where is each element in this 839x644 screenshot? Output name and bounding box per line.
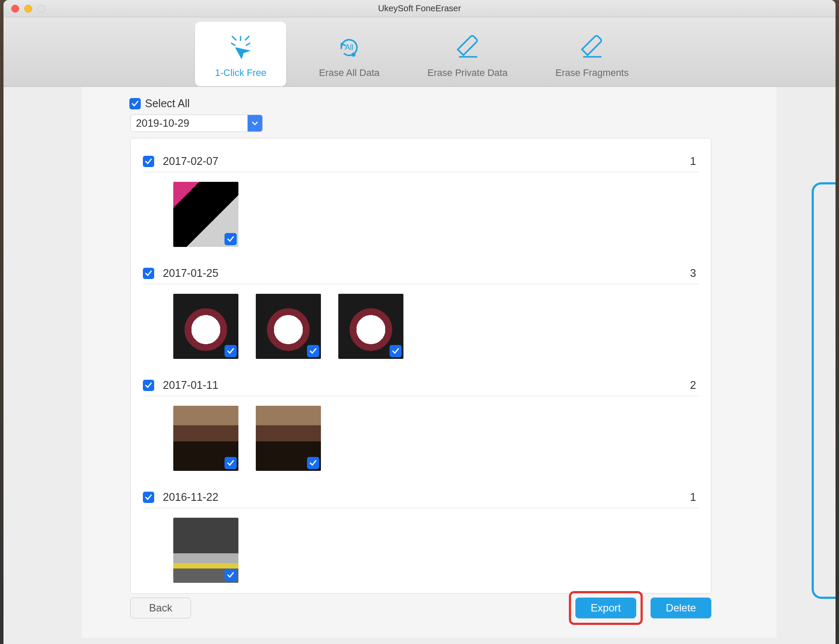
dropdown-arrow-icon — [248, 115, 262, 131]
thumb-checkbox[interactable] — [225, 569, 237, 581]
tab-1click-free[interactable]: 1-Click Free — [195, 22, 286, 86]
photo-thumbnail[interactable] — [173, 518, 238, 583]
svg-point-6 — [352, 53, 355, 56]
group-checkbox[interactable] — [143, 380, 154, 391]
group-checkbox[interactable] — [143, 268, 154, 279]
thumb-checkbox[interactable] — [307, 345, 319, 357]
window-close-button[interactable] — [11, 5, 19, 13]
group-date: 2017-02-07 — [163, 155, 681, 168]
group-count: 1 — [690, 491, 699, 503]
select-all-label: Select All — [145, 97, 190, 110]
thumbs-row — [143, 508, 699, 594]
export-highlight: Export — [569, 591, 643, 625]
thumb-checkbox[interactable] — [307, 457, 319, 469]
group-count: 1 — [690, 155, 699, 168]
group-header: 2017-02-07 1 — [143, 150, 699, 172]
thumb-checkbox[interactable] — [225, 345, 237, 357]
photo-thumbnail[interactable] — [256, 294, 321, 359]
content-area: Select All 2019-10-29 2017-02-07 1 — [3, 87, 836, 644]
group-checkbox[interactable] — [143, 156, 154, 167]
thumb-checkbox[interactable] — [225, 457, 237, 469]
tab-erase-fragments[interactable]: Erase Fragments — [540, 22, 644, 86]
group-count: 3 — [690, 267, 699, 279]
svg-text:All: All — [345, 43, 353, 52]
tab-label: Erase Fragments — [555, 67, 629, 79]
thumbs-row — [143, 172, 699, 259]
tab-erase-private-data[interactable]: Erase Private Data — [412, 22, 523, 86]
group-date: 2016-11-22 — [163, 491, 681, 503]
group-checkbox[interactable] — [143, 492, 154, 503]
tab-label: 1-Click Free — [215, 67, 267, 79]
eraser-icon — [579, 34, 605, 62]
tab-label: Erase All Data — [319, 67, 380, 79]
thumbs-row — [143, 396, 699, 483]
erase-all-icon: All — [336, 34, 362, 62]
photo-groups-scroll[interactable]: 2017-02-07 1 2017-01-25 3 — [130, 138, 711, 594]
app-window: UkeySoft FoneEraser 1-Click Free — [3, 0, 836, 644]
svg-line-3 — [245, 36, 249, 40]
select-all-checkbox[interactable] — [129, 98, 141, 109]
photo-thumbnail[interactable] — [256, 406, 321, 471]
click-free-icon — [228, 34, 254, 62]
svg-line-4 — [232, 36, 236, 40]
date-filter-value: 2019-10-29 — [136, 117, 189, 129]
tab-erase-all-data[interactable]: All Erase All Data — [304, 22, 395, 86]
thumbs-row — [143, 284, 699, 371]
eraser-icon — [455, 34, 481, 62]
group-date: 2017-01-25 — [163, 267, 681, 279]
svg-line-2 — [246, 43, 250, 46]
window-title: UkeySoft FoneEraser — [378, 3, 461, 13]
photo-thumbnail[interactable] — [338, 294, 403, 359]
photo-thumbnail[interactable] — [173, 294, 238, 359]
back-button[interactable]: Back — [130, 598, 191, 618]
group-header: 2017-01-11 2 — [143, 374, 699, 396]
export-button[interactable]: Export — [575, 598, 636, 618]
thumb-checkbox[interactable] — [390, 345, 402, 357]
delete-button[interactable]: Delete — [651, 598, 711, 618]
bottom-action-bar: Back Export Delete — [130, 591, 711, 625]
titlebar: UkeySoft FoneEraser — [3, 0, 836, 17]
window-minimize-button[interactable] — [24, 5, 32, 13]
svg-line-0 — [231, 43, 235, 46]
group-header: 2017-01-25 3 — [143, 262, 699, 284]
thumb-checkbox[interactable] — [225, 233, 237, 245]
photo-thumbnail[interactable] — [173, 406, 238, 471]
window-maximize-button[interactable] — [37, 5, 45, 13]
background-decoration — [812, 182, 836, 599]
main-toolbar: 1-Click Free All Erase All Data — [3, 17, 836, 87]
group-date: 2017-01-11 — [163, 379, 681, 391]
date-filter-dropdown[interactable]: 2019-10-29 — [130, 115, 263, 132]
group-count: 2 — [690, 379, 699, 391]
tab-label: Erase Private Data — [427, 67, 508, 79]
photo-thumbnail[interactable] — [173, 182, 238, 247]
photo-selection-panel: Select All 2019-10-29 2017-02-07 1 — [82, 87, 776, 638]
group-header: 2016-11-22 1 — [143, 486, 699, 508]
